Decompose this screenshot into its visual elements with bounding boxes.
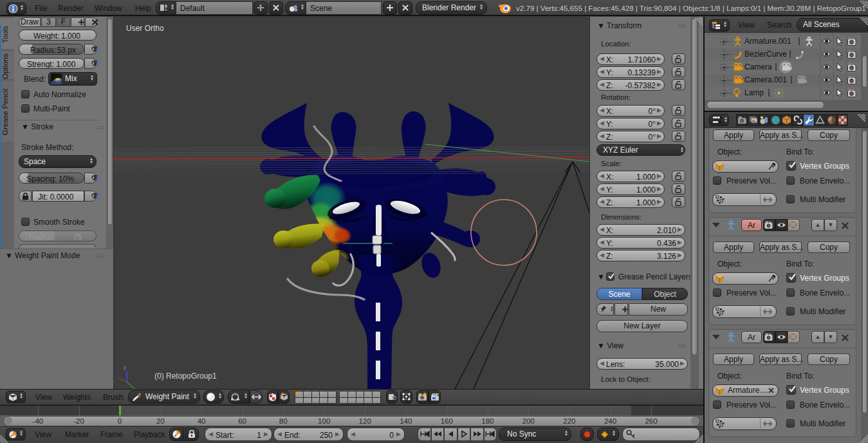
svg-text:z: z [124,364,127,371]
